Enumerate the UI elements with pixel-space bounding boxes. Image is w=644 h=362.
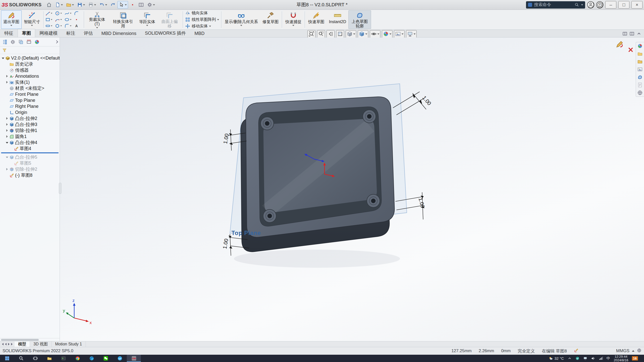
expand-arrow-icon[interactable] [6, 123, 9, 126]
expand-arrow-icon[interactable] [6, 117, 9, 120]
display-style-button[interactable] [358, 30, 368, 38]
linear-sketch-pattern-button[interactable]: 线性草图阵列 [184, 17, 220, 23]
zoom-to-fit-button[interactable] [307, 30, 315, 38]
expand-arrow-icon[interactable] [6, 135, 9, 138]
offset-entities-button[interactable]: 等距实体 [137, 10, 157, 29]
mirror-entities-button[interactable]: 镜向实体 [184, 10, 220, 16]
scrollbar-thumb[interactable] [1, 339, 39, 341]
save-button[interactable] [76, 1, 86, 9]
expand-arrow-icon[interactable] [2, 57, 5, 60]
tree-item-boss-extrude5[interactable]: 凸台-拉伸5 [0, 154, 60, 160]
apply-scene-button[interactable] [394, 30, 405, 38]
tree-item-boss-extrude2[interactable]: 凸台-拉伸2 [0, 115, 60, 121]
redo-button[interactable] [109, 1, 117, 9]
appearances-icon[interactable] [637, 74, 643, 80]
expand-arrow-icon[interactable] [6, 81, 9, 84]
tree-item-solid-bodies[interactable]: 实体(1) [0, 79, 60, 85]
scroll-left-icon[interactable] [5, 343, 7, 345]
home-button[interactable] [45, 1, 53, 9]
print-button[interactable] [87, 1, 97, 9]
single-pane-icon[interactable] [629, 31, 634, 36]
ellipse-tool[interactable] [64, 17, 73, 23]
section-view-button[interactable] [336, 30, 344, 38]
expand-arrow-icon[interactable] [6, 75, 9, 78]
property-manager-tab-icon[interactable] [10, 39, 16, 45]
tree-item-sketch4[interactable]: 草图4 [0, 146, 60, 152]
view-orientation-button[interactable] [346, 30, 356, 38]
file-explorer-button[interactable] [42, 355, 56, 362]
repair-sketch-button[interactable]: 修复草图 [260, 10, 281, 29]
line-tool[interactable] [45, 10, 54, 17]
custom-properties-icon[interactable] [637, 82, 643, 88]
tree-item-front-plane[interactable]: Front Plane [0, 91, 60, 97]
rebuild-button[interactable] [129, 1, 137, 9]
quick-snaps-button[interactable]: 快速捕捉 [283, 10, 304, 29]
maximize-button[interactable]: □ [618, 1, 629, 9]
tab-sketch[interactable]: 草图 [18, 29, 35, 37]
offset-on-surface-button[interactable]: 曲面上偏移 [157, 10, 182, 29]
search-caret-icon[interactable] [581, 4, 583, 6]
dimxpert-tab-icon[interactable] [26, 39, 32, 45]
rapid-sketch-button[interactable]: 快速草图 [306, 10, 327, 29]
point-tool[interactable] [73, 17, 83, 23]
convert-entities-button[interactable]: 转换实体引用 [109, 10, 137, 29]
command-search-box[interactable] [526, 1, 585, 9]
display-manager-tab-icon[interactable] [34, 39, 40, 45]
chamfer-tool[interactable] [73, 10, 83, 17]
file-explorer-icon[interactable] [637, 59, 643, 64]
units-label[interactable]: MMGS [616, 348, 629, 353]
spline-tool[interactable] [64, 10, 73, 17]
panel-expand-chevron-icon[interactable] [55, 40, 58, 43]
network-icon[interactable] [599, 356, 603, 360]
view-palette-icon[interactable] [637, 67, 643, 72]
task-view-button[interactable] [28, 355, 42, 362]
previous-view-button[interactable] [327, 30, 335, 38]
smart-dimension-button[interactable]: 智能尺寸 [22, 10, 42, 29]
tab-mbd[interactable]: MBD [190, 30, 209, 37]
tree-item-top-plane[interactable]: Top Plane [0, 97, 60, 103]
help-button[interactable] [596, 1, 603, 8]
text-tool[interactable] [73, 23, 83, 29]
close-button[interactable]: × [631, 1, 642, 9]
tab-model[interactable]: 模型 [15, 341, 30, 347]
tree-item-right-plane[interactable]: Right Plane [0, 103, 60, 109]
expand-arrow-icon[interactable] [6, 129, 9, 132]
graphics-area[interactable]: 1.00 1.00 1.00 1. [0, 37, 644, 341]
tree-item-annotations[interactable]: Annotations [0, 73, 60, 79]
tree-item-sketch8[interactable]: (-) 草图8 [0, 172, 60, 178]
filter-funnel-icon[interactable] [2, 48, 7, 53]
scroll-first-icon[interactable] [2, 343, 4, 345]
minimize-button[interactable]: – [605, 1, 616, 9]
task-pane-resources-icon[interactable] [637, 43, 643, 49]
move-entities-button[interactable]: 移动实体 [184, 23, 220, 29]
circle-tool[interactable] [54, 10, 64, 17]
options-button[interactable] [146, 1, 156, 9]
exit-sketch-button[interactable]: 退出草图 [1, 10, 22, 29]
instant2d-button[interactable]: Instant2D [327, 10, 348, 29]
view-settings-button[interactable] [406, 30, 417, 38]
hide-show-items-button[interactable] [370, 30, 380, 38]
expand-arrow-icon[interactable] [6, 168, 9, 171]
trim-entities-button[interactable]: 剪裁实体(T) [85, 10, 109, 29]
collapse-ribbon-icon[interactable] [636, 31, 641, 36]
rollback-bar[interactable] [1, 152, 59, 153]
tree-item-sketch5[interactable]: 草图5 [0, 160, 60, 166]
terminal-app-button[interactable] [56, 355, 70, 362]
tree-item-cut-extrude2[interactable]: 切除-拉伸2 [0, 166, 60, 172]
polygon-tool[interactable] [54, 23, 64, 29]
scroll-right-icon[interactable] [8, 343, 10, 345]
configurations-tab-icon[interactable] [18, 39, 24, 45]
display-delete-relations-button[interactable]: 显示/删除几何关系 [222, 10, 260, 29]
start-button[interactable] [0, 355, 14, 362]
model-body[interactable] [241, 97, 394, 252]
expand-arrow-icon[interactable] [6, 156, 9, 159]
units-caret-icon[interactable] [632, 350, 634, 352]
search-icon[interactable] [575, 3, 579, 7]
hidden-icons-chevron-icon[interactable] [568, 356, 572, 360]
split-pane-icon[interactable] [622, 31, 627, 36]
tab-motion-study-1[interactable]: Motion Study 1 [52, 341, 86, 347]
connection-globe-icon[interactable] [637, 348, 641, 354]
solidworks-taskbar-button[interactable] [127, 355, 141, 362]
forum-icon[interactable] [637, 90, 643, 96]
tab-evaluate[interactable]: 评估 [79, 29, 97, 37]
